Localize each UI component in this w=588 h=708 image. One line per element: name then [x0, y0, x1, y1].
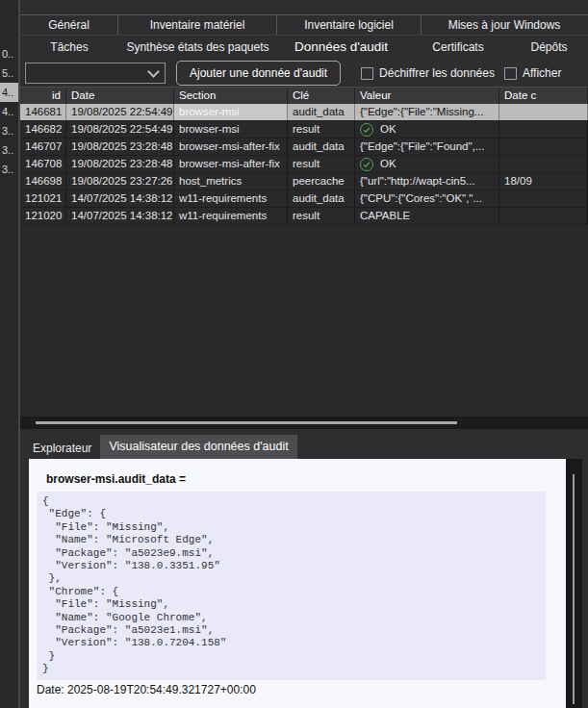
cell-date-creation[interactable]: [499, 208, 588, 224]
status-ok-icon: [360, 158, 373, 171]
audit-json-box: { "Edge": { "File": "Missing", "Name": "…: [37, 492, 546, 680]
show-data-label: Afficher: [523, 66, 561, 80]
table-row[interactable]: 14668119/08/2025 22:54:49browser-msiaudi…: [20, 104, 588, 121]
table-row[interactable]: 12102114/07/2025 14:38:12w11-requirement…: [20, 190, 588, 208]
show-data-checkbox[interactable]: Afficher: [504, 66, 561, 80]
host-id-list: 0..5..4..4..3..3..3..: [0, 44, 18, 179]
column-header-id[interactable]: id: [20, 88, 66, 104]
host-list-item[interactable]: 0..: [0, 44, 18, 63]
cell-section[interactable]: browser-msi: [174, 104, 288, 120]
host-list-item[interactable]: 4..: [0, 83, 18, 102]
cell-date-creation[interactable]: [499, 156, 588, 172]
tab-d-p-ts[interactable]: Dépôts: [511, 40, 587, 54]
tab-inventaire-mat-riel[interactable]: Inventaire matériel: [118, 15, 277, 35]
column-header-date-c[interactable]: Date c: [499, 88, 588, 104]
cell-date-creation[interactable]: [499, 139, 588, 155]
cell-section[interactable]: browser-msi-after-fix: [174, 139, 288, 155]
audit-entry-title: browser-msi.audit_data =: [46, 472, 566, 486]
cell-id[interactable]: 146708: [20, 156, 66, 172]
cell-value[interactable]: OK: [355, 121, 499, 138]
cell-id[interactable]: 146682: [20, 121, 66, 138]
cell-date[interactable]: 14/07/2025 14:38:12: [66, 190, 174, 207]
cell-id[interactable]: 121020: [20, 208, 66, 224]
host-detail-panel: GénéralInventaire matérielInventaire log…: [20, 0, 588, 708]
horizontal-scrollbar-thumb[interactable]: [36, 421, 457, 424]
page-tabs-row2: TâchesSynthèse états des paquetsDonnées …: [20, 36, 588, 58]
cell-key[interactable]: peercache: [288, 173, 355, 190]
audit-filter-combobox[interactable]: [25, 63, 166, 84]
cell-date-creation[interactable]: 18/09: [499, 173, 588, 190]
host-list-item[interactable]: 3..: [0, 140, 18, 160]
cell-value[interactable]: {"url":"http://wapt-cin5...: [355, 173, 499, 190]
cell-section[interactable]: w11-requirements: [174, 208, 288, 224]
tab-synth-se-tats-des-paquets[interactable]: Synthèse états des paquets: [118, 40, 277, 54]
audit-data-viewer: browser-msi.audit_data = { "Edge": { "Fi…: [29, 459, 566, 708]
cell-id[interactable]: 146681: [20, 104, 66, 120]
cell-date-creation[interactable]: [499, 104, 588, 120]
viewer-tab-bar: ExplorateurVisualisateur des données d'a…: [20, 434, 588, 459]
table-row[interactable]: 14669819/08/2025 23:27:26host_metricspee…: [20, 173, 588, 190]
grid-body: 14668119/08/2025 22:54:49browser-msiaudi…: [20, 104, 588, 225]
cell-date-creation[interactable]: [499, 190, 588, 207]
table-row[interactable]: 14670719/08/2025 23:28:48browser-msi-aft…: [20, 139, 588, 156]
cell-date[interactable]: 19/08/2025 23:28:48: [66, 139, 174, 155]
tab-g-n-ral[interactable]: Général: [20, 15, 118, 35]
cell-date[interactable]: 19/08/2025 23:28:48: [66, 156, 174, 172]
host-list-item[interactable]: 4..: [0, 102, 18, 121]
vertical-scrollbar[interactable]: [566, 459, 582, 708]
host-list-item[interactable]: 5..: [0, 63, 18, 83]
cell-date[interactable]: 14/07/2025 14:38:12: [66, 208, 174, 224]
cell-section[interactable]: host_metrics: [174, 173, 288, 190]
tab-mises-jour-windows[interactable]: Mises à jour Windows: [422, 15, 587, 35]
cell-value[interactable]: {"CPU":{"Cores":"OK","...: [355, 190, 499, 207]
cell-date[interactable]: 19/08/2025 22:54:49: [66, 104, 174, 120]
audit-toolbar: Ajouter une donnée d'audit Déchiffrer le…: [20, 60, 588, 87]
cell-section[interactable]: browser-msi: [174, 121, 288, 138]
column-header-date[interactable]: Date: [66, 88, 174, 104]
cell-value[interactable]: {"Edge":{"File":"Found",...: [355, 139, 499, 155]
tab-donn-es-d-audit[interactable]: Données d'audit: [277, 39, 405, 54]
column-header-valeur[interactable]: Valeur: [355, 88, 499, 104]
tab-explorateur[interactable]: Explorateur: [24, 439, 100, 459]
checkbox-icon[interactable]: [504, 67, 517, 80]
cell-value[interactable]: CAPABLE: [355, 208, 499, 224]
cell-date[interactable]: 19/08/2025 23:27:26: [66, 173, 174, 190]
cell-key[interactable]: audit_data: [288, 139, 355, 155]
tab-certificats[interactable]: Certificats: [405, 40, 511, 54]
table-row[interactable]: 14670819/08/2025 23:28:48browser-msi-aft…: [20, 156, 588, 173]
page-tabs-row1: GénéralInventaire matérielInventaire log…: [20, 14, 588, 36]
cell-date[interactable]: 19/08/2025 22:54:49: [66, 121, 174, 138]
cell-key[interactable]: result: [288, 156, 355, 172]
tab-visualisateur-des-donn-es-d-audit[interactable]: Visualisateur des données d'audit: [100, 435, 296, 459]
cell-key[interactable]: audit_data: [288, 104, 355, 120]
cell-section[interactable]: browser-msi-after-fix: [174, 156, 288, 172]
vertical-scrollbar-thumb[interactable]: [573, 474, 575, 704]
cell-date-creation[interactable]: [499, 121, 588, 138]
checkbox-icon[interactable]: [361, 67, 373, 80]
column-header-cl-[interactable]: Clé: [288, 88, 355, 104]
cell-value[interactable]: {"Edge":{"File":"Missing...: [355, 104, 499, 120]
table-row[interactable]: 12102014/07/2025 14:38:12w11-requirement…: [20, 208, 588, 225]
audit-data-grid: idDateSectionCléValeurDate c 14668119/08…: [20, 87, 588, 429]
chevron-down-icon: [147, 65, 160, 78]
status-ok-label: OK: [380, 156, 396, 172]
column-header-section[interactable]: Section: [174, 88, 288, 104]
decrypt-data-checkbox[interactable]: Déchiffrer les données: [361, 66, 495, 80]
cell-key[interactable]: audit_data: [288, 190, 355, 207]
cell-key[interactable]: result: [288, 121, 355, 138]
status-ok-label: OK: [380, 121, 396, 138]
host-list-item[interactable]: 3..: [0, 160, 18, 179]
cell-id[interactable]: 121021: [20, 190, 66, 207]
cell-id[interactable]: 146698: [20, 173, 66, 190]
cell-section[interactable]: w11-requirements: [174, 190, 288, 207]
cell-id[interactable]: 146707: [20, 139, 66, 155]
host-list-item[interactable]: 3..: [0, 121, 18, 140]
tab-t-ches[interactable]: Tâches: [20, 40, 118, 54]
cell-key[interactable]: result: [288, 208, 355, 224]
add-audit-data-button[interactable]: Ajouter une donnée d'audit: [176, 61, 341, 86]
cell-value[interactable]: OK: [355, 156, 499, 172]
horizontal-scrollbar[interactable]: [20, 417, 588, 429]
table-row[interactable]: 14668219/08/2025 22:54:49browser-msiresu…: [20, 121, 588, 139]
tab-inventaire-logiciel[interactable]: Inventaire logiciel: [277, 15, 422, 35]
audit-json-pre: { "Edge": { "File": "Missing", "Name": "…: [42, 495, 540, 676]
